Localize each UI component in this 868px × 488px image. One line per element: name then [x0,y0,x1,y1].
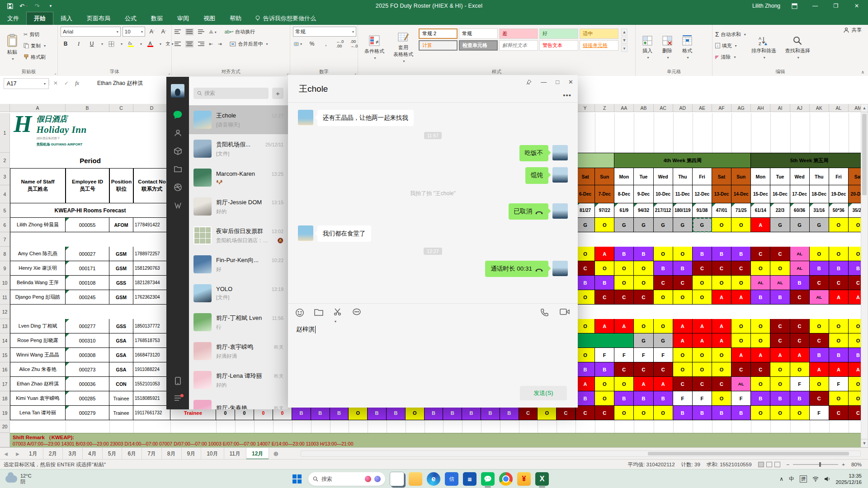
column-header-AK[interactable]: AK [810,104,829,112]
duty-cell[interactable]: B [595,362,614,377]
staff-id-cell[interactable]: 000036 [66,377,109,391]
duty-cell[interactable]: A [712,290,731,305]
duty-cell[interactable]: C [810,391,829,406]
duty-cell[interactable]: B [330,406,349,420]
chat-list-item[interactable]: Marcom-Karen13:25🐶 [189,163,288,192]
duty-cell[interactable]: B [731,406,751,420]
duty-cell[interactable]: C [634,362,653,377]
table-header-cell[interactable]: Position职位 [109,168,133,203]
chat-list-item[interactable]: Fin-Pur-Ken向...10:22好 [189,250,288,279]
duty-cell[interactable]: O [770,261,790,276]
duty-cell[interactable]: AL [770,276,790,290]
emoji-icon[interactable] [295,308,304,324]
day-header[interactable]: Tue [770,168,790,185]
staff-position-cell[interactable]: GSA [109,348,133,362]
duty-cell[interactable]: O [829,218,849,232]
duty-cell[interactable]: C [770,319,790,333]
staff-contact-cell[interactable]: 1850137772 [133,319,170,333]
duty-cell[interactable]: G [654,333,673,348]
start-button[interactable] [290,472,304,486]
duty-cell[interactable]: O [829,247,849,261]
row-header-17[interactable]: 17 [0,377,10,391]
chat-list-item[interactable]: 前厅-朱春艳昨天 [189,394,288,409]
row-header-12[interactable]: 12 [0,305,10,319]
duty-cell[interactable]: O [576,348,595,362]
duty-cell[interactable]: G [634,218,653,232]
date-header[interactable]: 8-Dec [614,185,634,203]
staff-id-cell[interactable]: 000285 [66,391,109,406]
duty-cell[interactable]: B [311,406,330,420]
staff-id-cell[interactable]: 000055 [66,218,109,232]
duty-cell[interactable]: B [576,391,595,406]
duty-cell[interactable]: B [829,348,849,362]
excel-icon[interactable]: X [535,472,549,486]
duty-cell[interactable]: O [406,406,425,420]
duty-cell[interactable]: A [634,377,653,391]
sheet-tab-8月[interactable]: 8月 [162,448,182,460]
duty-cell[interactable]: C [576,406,595,420]
duty-cell[interactable]: B [462,406,481,420]
chat-close-icon[interactable]: ✕ [568,79,573,85]
vscroll-up-arrow[interactable]: ▲ [861,104,868,112]
duty-cell[interactable]: A [810,362,829,377]
duty-cell[interactable]: C [751,247,770,261]
normal-view-icon[interactable] [758,462,764,467]
duty-cell[interactable]: B [751,290,770,305]
duty-cell[interactable]: O [634,406,653,420]
duty-cell[interactable]: O [712,391,731,406]
day-header[interactable]: Wed [654,168,673,185]
column-header-AC[interactable]: AC [654,104,673,112]
duty-cell[interactable]: C [790,319,810,333]
wechat-search-input[interactable]: 搜索 [193,88,269,99]
yellow-app-icon[interactable]: ¥ [517,472,531,486]
wechat-contacts-icon[interactable] [166,124,189,142]
row-header-13[interactable]: 13 [0,319,10,333]
duty-cell[interactable]: O [751,319,770,333]
sheet-tab-1月[interactable]: 1月 [24,448,43,460]
staff-id-cell[interactable]: 000108 [66,276,109,290]
forecast-cell[interactable]: 94/32 [634,203,653,218]
zoom-out-icon[interactable]: − [787,462,790,467]
duty-cell[interactable]: A [751,218,770,232]
duty-cell[interactable]: O [790,406,810,420]
duty-cell[interactable]: C [693,377,712,391]
duty-cell[interactable]: AL [731,377,751,391]
sheet-tab-7月[interactable]: 7月 [142,448,162,460]
chrome-icon[interactable] [499,472,513,486]
staff-position-cell[interactable]: GSA [109,362,133,377]
duty-cell[interactable]: O [712,362,731,377]
date-header[interactable]: 12-Dec [693,185,712,203]
day-header[interactable]: Fri [693,168,712,185]
sheet-tab-5月[interactable]: 5月 [103,448,123,460]
column-header-AF[interactable]: AF [712,104,731,112]
weather-widget[interactable]: 12°C阴 [0,473,96,485]
duty-cell[interactable]: O [673,348,693,362]
day-header[interactable]: Sat [576,168,595,185]
row-header-8[interactable]: 8 [0,247,10,261]
message-avatar[interactable] [552,145,568,160]
forecast-cell[interactable]: 31/16 [810,203,829,218]
date-header[interactable]: 19-Dec [829,185,849,203]
duty-cell[interactable]: B [790,391,810,406]
duty-cell[interactable]: O [673,362,693,377]
zoom-level[interactable]: 80% [851,462,862,467]
staff-id-cell[interactable]: 000171 [66,261,109,276]
table-header-cell[interactable]: Name of Staff员工姓名 [10,168,66,203]
duty-cell[interactable]: O [634,319,653,333]
message-avatar[interactable] [552,167,568,183]
staff-contact-cell[interactable]: 1552101053 [133,377,170,391]
duty-cell[interactable]: F [673,391,693,406]
date-header[interactable]: 17-Dec [790,185,810,203]
chat-list-item[interactable]: 前厅-袁宇嵘鸣昨天好滴好滴 [189,337,288,366]
duty-cell[interactable]: A [595,319,614,333]
duty-cell[interactable]: A [790,348,810,362]
duty-cell[interactable]: A [751,348,770,362]
row-header-15[interactable]: 15 [0,348,10,362]
forecast-cell[interactable]: 47/01 [712,203,731,218]
staff-contact-cell[interactable]: 1788972257 [133,247,170,261]
staff-name-cell[interactable]: Alice Zhu 朱春艳 [10,362,66,377]
duty-cell[interactable]: O [634,261,653,276]
forecast-cell[interactable]: 217/112 [654,203,673,218]
duty-cell[interactable]: O [673,247,693,261]
duty-cell[interactable]: A [673,333,693,348]
